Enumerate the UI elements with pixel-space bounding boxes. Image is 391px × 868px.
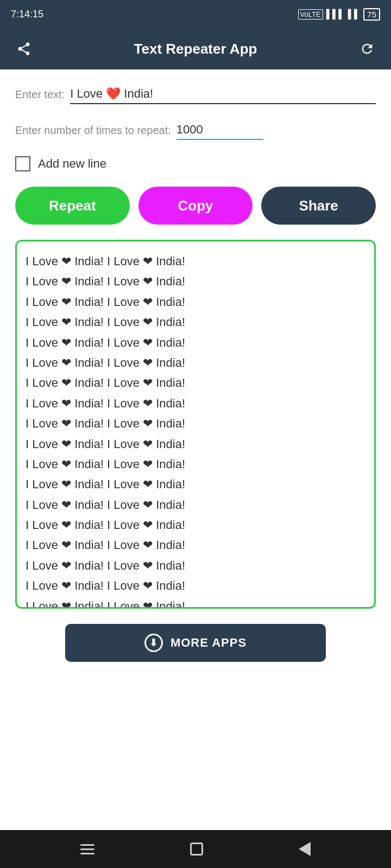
text-input-label: Enter text: bbox=[15, 88, 65, 101]
share-button[interactable]: Share bbox=[261, 187, 376, 225]
status-vo-lte: VoLTE bbox=[298, 9, 323, 20]
add-newline-checkbox[interactable] bbox=[15, 156, 30, 171]
status-bar: 7:14:15 VoLTE ▌▌▌ ▌▌ 75 bbox=[0, 0, 391, 28]
output-box[interactable]: I Love ❤ India! I Love ❤ India! I Love ❤… bbox=[15, 240, 376, 609]
action-buttons-row: Repeat Copy Share bbox=[15, 187, 376, 225]
back-nav-button[interactable] bbox=[299, 842, 311, 856]
home-nav-button[interactable] bbox=[190, 843, 203, 856]
checkbox-label: Add new line bbox=[38, 157, 106, 171]
more-apps-button[interactable]: ⬇ MORE APPS bbox=[65, 624, 326, 662]
number-input-row: Enter number of times to repeat: bbox=[15, 120, 376, 140]
bottom-nav bbox=[0, 830, 391, 868]
app-bar: Text Repeater App bbox=[0, 28, 391, 69]
status-time: 7:14:15 bbox=[11, 9, 43, 20]
main-content: Enter text: Enter number of times to rep… bbox=[0, 69, 391, 830]
more-apps-icon: ⬇ bbox=[144, 634, 163, 652]
text-input-row: Enter text: bbox=[15, 85, 376, 104]
checkbox-row: Add new line bbox=[15, 156, 376, 171]
square-icon bbox=[190, 843, 203, 856]
number-input-label: Enter number of times to repeat: bbox=[15, 124, 171, 137]
signal-bars-1: ▌▌▌ bbox=[326, 9, 345, 19]
text-input-field[interactable] bbox=[70, 85, 376, 104]
status-right: VoLTE ▌▌▌ ▌▌ 75 bbox=[298, 8, 380, 21]
hamburger-icon bbox=[80, 844, 94, 854]
battery-indicator: 75 bbox=[363, 8, 380, 21]
copy-button[interactable]: Copy bbox=[138, 187, 253, 225]
signal-bars-2: ▌▌ bbox=[348, 9, 361, 19]
back-icon bbox=[299, 842, 311, 856]
share-app-bar-button[interactable] bbox=[13, 38, 35, 60]
refresh-button[interactable] bbox=[356, 38, 378, 60]
app-title: Text Repeater App bbox=[35, 41, 356, 58]
number-input-field[interactable] bbox=[176, 120, 263, 140]
menu-nav-button[interactable] bbox=[80, 844, 94, 854]
repeat-button[interactable]: Repeat bbox=[15, 187, 130, 225]
output-text: I Love ❤ India! I Love ❤ India! I Love ❤… bbox=[26, 251, 365, 609]
